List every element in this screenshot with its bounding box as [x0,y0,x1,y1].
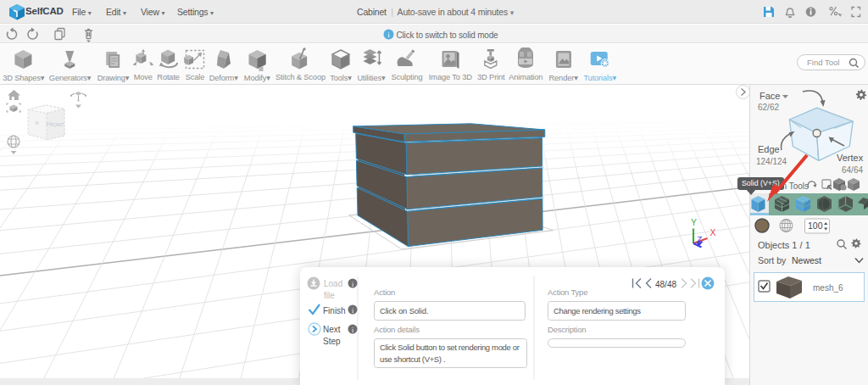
svg-text:Newest: Newest [792,255,821,265]
svg-text:FRONT: FRONT [47,122,64,128]
svg-text:Change rendering settings: Change rendering settings [554,306,641,315]
svg-text:Click Solid button to set rend: Click Solid button to set rendering mode… [380,343,520,352]
svg-text:Z: Z [698,234,703,243]
svg-text:48/48: 48/48 [655,280,676,289]
svg-text:Step: Step [323,337,341,346]
svg-text:Load: Load [324,279,342,288]
svg-text:Action: Action [374,287,395,297]
svg-text:100: 100 [808,220,823,231]
svg-text:64/64: 64/64 [842,165,863,175]
svg-text:62/62: 62/62 [758,103,779,112]
svg-text:Y: Y [691,217,697,227]
svg-text:Objects 1 / 1: Objects 1 / 1 [758,240,810,250]
svg-text:Action Type: Action Type [548,287,587,297]
svg-text:Face: Face [760,91,780,101]
svg-text:Click on Solid.: Click on Solid. [380,306,428,315]
svg-text:Finish: Finish [323,306,346,315]
svg-text:use shortcut (V+S) .: use shortcut (V+S) . [380,354,445,364]
svg-text:Action details: Action details [374,325,420,334]
svg-text:Vertex: Vertex [837,153,864,163]
svg-text:X: X [710,227,716,237]
svg-text:Sort by: Sort by [758,255,787,265]
svg-text:file: file [324,291,335,300]
svg-text:mesh_6: mesh_6 [813,283,843,293]
svg-text:Description: Description [548,325,586,334]
svg-text:Next: Next [323,325,341,334]
